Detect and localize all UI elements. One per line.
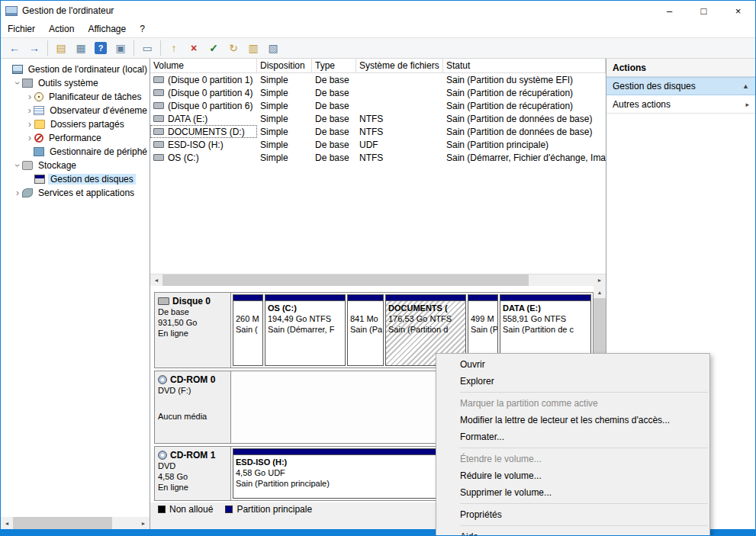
- disk-label[interactable]: CD-ROM 0 DVD (F:) Aucun média: [155, 371, 231, 443]
- partition-size: 260 M: [236, 313, 260, 324]
- shared-folder-icon: [34, 120, 45, 129]
- scroll-left-icon[interactable]: ◄: [1, 517, 13, 529]
- chevron-down-icon[interactable]: ›: [12, 161, 23, 170]
- partition-header-bar: [468, 295, 497, 301]
- cell-volume: ESD-ISO (H:): [168, 140, 224, 150]
- disk-label[interactable]: Disque 0 De base 931,50 Go En ligne: [155, 293, 231, 367]
- chevron-down-icon[interactable]: ›: [12, 79, 23, 88]
- column-header-filesystem[interactable]: Système de fichiers: [356, 59, 443, 72]
- menu-affichage[interactable]: Affichage: [81, 21, 133, 37]
- sidebar-item-root[interactable]: › Gestion de l'ordinateur (local): [1, 63, 150, 76]
- properties-button[interactable]: ✓: [204, 39, 223, 57]
- collapse-chevron-icon[interactable]: ▲: [742, 82, 749, 90]
- disk-status: Aucun média: [158, 411, 227, 422]
- show-actions-pane-button[interactable]: ▣: [111, 39, 130, 57]
- disk-name: Disque 0: [172, 296, 211, 307]
- sidebar-item-gestion-des-disques[interactable]: › Gestion des disques: [1, 172, 150, 186]
- scroll-right-icon[interactable]: ►: [594, 274, 606, 287]
- scrollbar-thumb[interactable]: [13, 517, 112, 529]
- menu-item-supprimer-volume[interactable]: Supprimer le volume...: [436, 484, 709, 501]
- menu-item-ouvrir[interactable]: Ouvrir: [436, 356, 709, 373]
- open-folder-icon: ▥: [248, 43, 258, 53]
- computer-icon: [12, 65, 23, 74]
- menu-help[interactable]: ?: [133, 21, 152, 37]
- sidebar-item-dossiers-partages[interactable]: › Dossiers partagés: [1, 117, 150, 131]
- cell-fs: NTFS: [356, 125, 443, 138]
- table-row[interactable]: (Disque 0 partition 1) Simple De base Sa…: [150, 73, 606, 86]
- expand-chevron-icon[interactable]: ▸: [745, 101, 749, 108]
- actions-disk-management[interactable]: Gestion des disques ▲: [606, 77, 755, 95]
- sidebar-item-label: Stockage: [36, 160, 79, 171]
- menu-item-formater[interactable]: Formater...: [436, 428, 709, 445]
- column-header-type[interactable]: Type: [312, 59, 356, 72]
- menu-item-proprietes[interactable]: Propriétés: [436, 506, 709, 523]
- menu-item-reduire-volume[interactable]: Réduire le volume...: [436, 467, 709, 484]
- menu-fichier[interactable]: Fichier: [1, 21, 42, 37]
- refresh-button[interactable]: ↻: [224, 39, 243, 57]
- cd-rom-icon: [158, 375, 167, 384]
- sidebar-item-performance[interactable]: › Performance: [1, 131, 150, 145]
- chevron-right-icon[interactable]: ›: [25, 105, 34, 116]
- sidebar-item-gestionnaire-peripheriques[interactable]: › Gestionnaire de périphé: [1, 145, 150, 159]
- scrollbar-thumb[interactable]: [162, 274, 529, 287]
- table-row[interactable]: (Disque 0 partition 4) Simple De base Sa…: [150, 86, 606, 99]
- sidebar-item-stockage[interactable]: › Stockage: [1, 159, 150, 172]
- scroll-left-icon[interactable]: ◄: [150, 274, 162, 287]
- scroll-up-icon[interactable]: ▲: [594, 286, 606, 298]
- open-button[interactable]: ▥: [244, 39, 262, 57]
- sidebar-item-observateur[interactable]: › Observateur d'événeme: [1, 104, 150, 117]
- chevron-right-icon[interactable]: ›: [25, 91, 34, 102]
- sidebar-item-outils-systeme[interactable]: › Outils système: [1, 76, 150, 90]
- delete-icon: ×: [191, 43, 197, 53]
- performance-icon: [34, 133, 43, 143]
- actions-more-actions[interactable]: Autres actions ▸: [606, 95, 755, 114]
- disk-label[interactable]: CD-ROM 1 DVD 4,58 Go En ligne: [155, 447, 231, 500]
- back-button[interactable]: ←: [5, 39, 24, 57]
- menu-action[interactable]: Action: [42, 21, 81, 37]
- disk-type: DVD: [158, 461, 227, 471]
- view-button[interactable]: ▧: [264, 39, 282, 57]
- menu-item-aide[interactable]: Aide: [436, 528, 709, 536]
- tree-horizontal-scrollbar[interactable]: ◄ ►: [1, 517, 150, 529]
- table-row[interactable]: OS (C:) Simple De base NTFS Sain (Démarr…: [150, 151, 606, 164]
- column-header-volume[interactable]: Volume: [150, 59, 257, 72]
- table-row[interactable]: (Disque 0 partition 6) Simple De base Sa…: [150, 99, 606, 112]
- close-button[interactable]: ×: [721, 1, 755, 21]
- forward-button[interactable]: →: [25, 39, 43, 57]
- chevron-right-icon[interactable]: ›: [25, 133, 34, 143]
- volume-list-header: Volume Disposition Type Système de fichi…: [150, 59, 606, 73]
- disk-status: En ligne: [158, 328, 227, 339]
- disk-name: CD-ROM 1: [170, 450, 215, 461]
- up-level-button[interactable]: ↑: [165, 39, 183, 57]
- menu-item-explorer[interactable]: Explorer: [436, 373, 709, 390]
- table-row[interactable]: DATA (E:) Simple De base NTFS Sain (Part…: [150, 112, 606, 125]
- partition-recovery-1[interactable]: 841 Mo Sain (Pa: [347, 294, 384, 366]
- scroll-right-icon[interactable]: ►: [137, 517, 150, 529]
- column-header-disposition[interactable]: Disposition: [257, 59, 312, 72]
- show-console-tree-button[interactable]: ▤: [52, 39, 70, 57]
- table-row-selected[interactable]: DOCUMENTS (D:) Simple De base NTFS Sain …: [150, 125, 606, 138]
- delete-volume-button[interactable]: ×: [185, 39, 203, 57]
- back-icon: ←: [9, 43, 20, 53]
- sidebar-item-planificateur[interactable]: › Planificateur de tâches: [1, 90, 150, 104]
- partition-os-c[interactable]: OS (C:) 194,49 Go NTFS Sain (Démarrer, F: [265, 294, 346, 366]
- chevron-right-icon[interactable]: ›: [25, 119, 34, 130]
- partition-status: Sain (Partition de c: [503, 324, 588, 335]
- device-manager-icon: [34, 147, 44, 156]
- toolbar-separator: [47, 40, 48, 56]
- partition-status: Sain (Pa: [350, 324, 381, 335]
- partition-efi[interactable]: 260 M Sain (: [233, 294, 263, 366]
- menu-item-modifier-lettre-lecteur[interactable]: Modifier la lettre de lecteur et les che…: [436, 412, 709, 428]
- volume-list-horizontal-scrollbar[interactable]: ◄ ►: [150, 274, 606, 286]
- minimize-button[interactable]: –: [652, 1, 687, 21]
- table-row[interactable]: ESD-ISO (H:) Simple De base UDF Sain (Pa…: [150, 138, 606, 151]
- export-list-button[interactable]: ▦: [72, 39, 90, 57]
- sidebar-item-services-applications[interactable]: › Services et applications: [1, 186, 150, 200]
- maximize-button[interactable]: □: [687, 1, 721, 21]
- cell-disposition: Simple: [257, 112, 312, 125]
- dialog-button[interactable]: ▭: [138, 39, 156, 57]
- column-header-statut[interactable]: Statut: [443, 59, 606, 72]
- help-button[interactable]: ?: [92, 39, 110, 57]
- cell-statut: Sain (Partition de données de base): [443, 125, 606, 138]
- chevron-right-icon[interactable]: ›: [13, 188, 22, 198]
